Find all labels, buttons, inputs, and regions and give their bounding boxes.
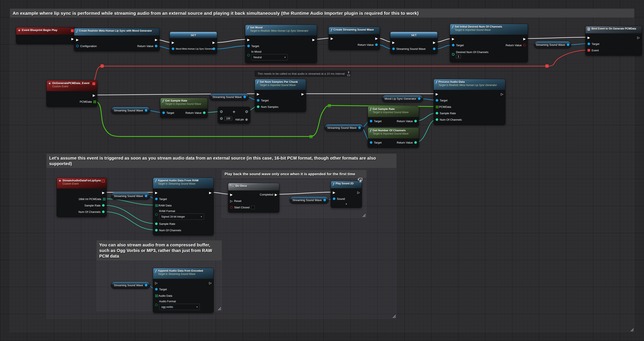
Target-pin[interactable] — [257, 99, 260, 102]
exec-pin[interactable]: ▶ — [588, 36, 590, 39]
getter-streaming-sound-wave-5[interactable]: Streaming Sound Wave — [111, 192, 150, 200]
Num Of Channels-pin[interactable] — [155, 229, 158, 232]
Start Closed-pin[interactable] — [230, 206, 233, 208]
process-audio-data[interactable]: ƒProcess Audio DataTarget is Realistic M… — [434, 79, 506, 125]
Audio Data-pin[interactable] — [155, 294, 156, 295]
event-blueprint-begin-play[interactable]: ◈Event Blueprint Begin Play▶ — [16, 27, 76, 44]
getter-mood-lip-sync-generator[interactable]: Mood Lip Sync Generator — [382, 95, 423, 102]
exec-pin[interactable]: ▶ — [433, 41, 436, 44]
getter-streaming-sound-wave-7[interactable]: Streaming Sound Wave — [111, 282, 150, 289]
exec-pin[interactable]: ▶ — [92, 94, 95, 97]
output-pin[interactable] — [324, 199, 326, 201]
Target-pin[interactable] — [155, 198, 158, 200]
Start Closed-checkbox[interactable] — [251, 206, 255, 209]
exec-pin[interactable]: ▶ — [312, 38, 315, 41]
Sample Rate-pin[interactable] — [102, 204, 104, 207]
append-audio-data-from-encoded[interactable]: ƒAppend Audio Data from EncodedTarget is… — [153, 268, 214, 313]
Target-pin[interactable] — [162, 112, 165, 114]
comment-resize-handle-icon[interactable] — [218, 307, 221, 310]
comment-resize-handle-icon[interactable] — [630, 328, 634, 331]
exec-pin[interactable]: ▶ — [392, 41, 395, 44]
Streaming Sound Wave-pin[interactable] — [392, 48, 395, 50]
divide-node[interactable]: ÷100Add pin⊕ — [218, 107, 250, 124]
Configuration-pin[interactable] — [76, 45, 79, 47]
exec-pin[interactable]: ▶ — [71, 37, 74, 40]
bind-event-to-on-generate-pcmdata[interactable]: Bind Event to On Generate PCMData▶▷Targe… — [586, 26, 642, 56]
RAW Format-pin[interactable] — [155, 213, 158, 216]
Target-pin[interactable] — [588, 42, 590, 45]
exec-pin[interactable]: ▶ — [76, 38, 79, 41]
set-mood-generator-variable[interactable]: SET▶▶Mood Meta Human Lip Sync Generator — [170, 32, 217, 54]
output-pin[interactable] — [145, 195, 147, 197]
delegate-pin[interactable] — [71, 29, 74, 32]
exec-pin[interactable]: ▷ — [230, 200, 233, 202]
Return Value-pin[interactable] — [155, 45, 158, 47]
set-initial-desired-num-of-channels[interactable]: ƒSet Initial Desired Num Of ChannelsTarg… — [450, 24, 528, 62]
node-comment-bubble[interactable]: This needs to be called so that audio is… — [255, 70, 347, 77]
set-mood[interactable]: ƒSet MoodTarget is Realistic Meta Human … — [245, 24, 317, 63]
PCMData-pin[interactable] — [94, 100, 94, 101]
delegate-pin[interactable] — [102, 180, 104, 182]
Return Value-pin[interactable] — [203, 112, 206, 114]
Sample Rate-pin[interactable] — [155, 222, 158, 225]
Num Of Channels-pin[interactable] — [102, 210, 104, 213]
Return Value-pin[interactable] — [414, 120, 417, 122]
exec-pin[interactable]: ▶ — [230, 193, 233, 196]
output-pin[interactable] — [358, 126, 361, 129]
exec-pin[interactable]: ▷ — [155, 281, 158, 284]
output-pin[interactable] — [244, 96, 246, 98]
exec-pin[interactable]: ▶ — [247, 38, 250, 41]
comment-playback-once-title[interactable]: Play back the sound wave only once when … — [222, 170, 366, 178]
do-once[interactable]: 1→Do Once▶Completed▶▷ResetStart Closed — [228, 183, 279, 212]
comment-stream-event-title[interactable]: Let's assume this event is triggered as … — [47, 154, 396, 168]
PCMData-pin[interactable] — [436, 106, 436, 106]
exec-pin[interactable]: ▶ — [155, 38, 158, 41]
comment-resize-handle-icon[interactable] — [362, 214, 366, 217]
Num Of Channels-pin[interactable] — [436, 118, 438, 121]
create-realistic-metahuman-lipsync[interactable]: ƒCreate Realistic Meta Human Lip Sync wi… — [74, 28, 160, 51]
create-streaming-sound-wave[interactable]: ƒCreate Streaming Sound Wave▶▶Return Val… — [328, 27, 380, 50]
Mood Meta Human Lip Sync Generator-pin[interactable] — [172, 48, 174, 50]
data-pin[interactable] — [212, 48, 215, 50]
comment-resize-handle-icon[interactable] — [392, 314, 396, 318]
Return Value-pin[interactable] — [375, 44, 378, 46]
exec-pin[interactable]: ▷ — [209, 281, 212, 284]
divide-input-b-pin[interactable] — [220, 117, 223, 120]
exec-pin[interactable]: ▶ — [436, 92, 438, 96]
Num Samples-pin[interactable] — [257, 106, 260, 108]
delegate-pin[interactable] — [92, 82, 95, 85]
output-pin[interactable] — [145, 284, 147, 286]
set-num-samples-per-chunk[interactable]: ƒSet Num Samples Per ChunkTarget is Impo… — [255, 79, 306, 112]
divide-output-pin[interactable] — [245, 110, 248, 113]
divisor-value-input[interactable]: 100 — [224, 116, 232, 120]
expand-node-chevron-icon[interactable]: ▾ — [331, 202, 362, 206]
getter-streaming-sound-wave-2[interactable]: Streaming Sound Wave — [111, 107, 150, 114]
exec-pin[interactable]: ▶ — [331, 37, 333, 40]
output-pin[interactable] — [418, 97, 420, 100]
getter-streaming-sound-wave-4[interactable]: Streaming Sound Wave — [324, 124, 364, 131]
Return Value-pin[interactable] — [414, 141, 417, 144]
Audio Format-dropdown[interactable]: ogg vorbis▾ — [159, 304, 200, 310]
exec-pin[interactable]: ▷ — [637, 36, 640, 39]
exec-pin[interactable]: ▶ — [375, 37, 378, 40]
getter-streaming-sound-wave-1[interactable]: Streaming Sound Wave — [534, 41, 571, 48]
output-pin[interactable] — [567, 44, 569, 46]
comment-main-title[interactable]: An example where lip sync is performed w… — [10, 9, 634, 18]
divide-input-a-pin[interactable] — [220, 110, 223, 113]
on-generate-pcmdata-event[interactable]: ◈OnGeneratePCMData_EventCustom Event▶PCM… — [46, 80, 97, 107]
exec-pin[interactable]: ▶ — [333, 191, 335, 194]
output-pin[interactable] — [145, 109, 147, 112]
comment-bubble-pin-icon[interactable] — [346, 70, 351, 77]
data-pin[interactable] — [433, 48, 436, 50]
exec-pin[interactable]: ▶ — [301, 92, 304, 96]
Audio Format-pin[interactable] — [155, 304, 158, 306]
Target-pin[interactable] — [452, 44, 454, 46]
16bit Int PCMData-pin[interactable] — [103, 198, 104, 198]
Target-pin[interactable] — [155, 288, 158, 290]
exec-pin[interactable]: ▶ — [257, 92, 260, 96]
add-pin-button[interactable]: Add pin⊕ — [235, 118, 248, 122]
exec-pin[interactable]: ▶ — [212, 41, 215, 44]
Target-pin[interactable] — [247, 45, 250, 47]
exec-pin[interactable]: ▶ — [452, 37, 454, 40]
Sound-pin[interactable] — [333, 198, 335, 200]
